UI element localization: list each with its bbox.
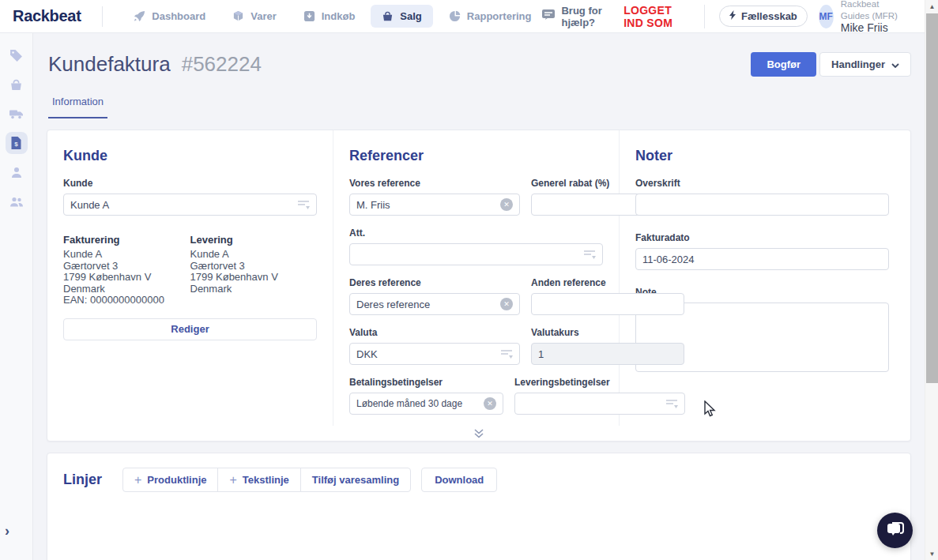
valutakurs-input (538, 344, 677, 364)
select-list-icon[interactable] (583, 250, 596, 260)
help-label: Brug for hjælp? (561, 5, 603, 28)
basket-icon[interactable] (6, 73, 28, 96)
vertical-scrollbar[interactable]: ▲ ▼ (925, 0, 938, 560)
valuta-input[interactable] (356, 344, 495, 364)
logged-in-as-banner[interactable]: LOGGET IND SOM (623, 4, 687, 29)
kunde-input[interactable] (70, 194, 292, 215)
tag-icon[interactable] (6, 44, 28, 66)
referencer-row-4: Valuta Valutakurs (349, 327, 603, 365)
valuta-input-wrap[interactable] (349, 343, 520, 365)
select-list-icon[interactable] (297, 200, 310, 210)
referencer-section: Referencer Vores reference ✕ Generel rab… (333, 130, 619, 426)
avatar[interactable]: MF (819, 5, 834, 28)
deres-reference-input-wrap[interactable]: ✕ (349, 293, 520, 315)
fakturadato-input-wrap[interactable] (635, 248, 889, 270)
nav-item-salg[interactable]: Salg (371, 5, 432, 28)
add-text-line-label: Tekstlinje (243, 474, 289, 486)
att-input-wrap[interactable] (349, 243, 603, 265)
nav-item-varer[interactable]: Varer (221, 5, 288, 28)
kunde-field-label: Kunde (63, 178, 317, 189)
noter-section: Noter Overskrift Fakturadato Note (619, 130, 905, 426)
chat-widget-button[interactable] (877, 513, 913, 548)
nav-item-indkob[interactable]: Indkøb (292, 5, 367, 28)
fakturadato-label: Fakturadato (635, 232, 889, 243)
sidebar-expand-chevron-icon[interactable]: › (5, 523, 9, 539)
scrollbar-thumb[interactable] (926, 13, 938, 383)
left-sidebar: $ › (0, 33, 33, 560)
att-input[interactable] (356, 244, 578, 265)
betalingsbetingelser-input[interactable] (356, 393, 479, 414)
plus-icon: + (229, 473, 236, 487)
kunde-select-field[interactable] (63, 194, 317, 216)
leveringsbetingelser-input[interactable] (522, 393, 661, 414)
scroll-down-arrow[interactable]: ▼ (925, 547, 938, 560)
navbar-divider (102, 6, 103, 27)
user-menu[interactable]: Rackbeat Guides (MFR) Mike Friis (841, 0, 902, 34)
att-field: Att. (349, 227, 603, 265)
account-name: Rackbeat Guides (MFR) (841, 0, 902, 22)
fakturadato-input[interactable] (642, 249, 882, 269)
rackbeat-logo[interactable]: Rackbeat (0, 7, 102, 25)
rediger-button[interactable]: Rediger (63, 318, 317, 340)
select-list-icon[interactable] (500, 349, 513, 359)
referencer-heading: Referencer (349, 148, 603, 164)
bogfor-button[interactable]: Bogfør (751, 52, 816, 77)
overskrift-input-wrap[interactable] (635, 194, 889, 216)
referencer-row-1: Vores reference ✕ Generel rabat (%) % (349, 178, 603, 216)
vores-reference-input[interactable] (356, 194, 495, 215)
add-bundle-label: Tilføj varesamling (312, 474, 399, 486)
rocket-icon (134, 10, 145, 22)
truck-icon[interactable] (6, 103, 28, 125)
anden-reference-input-wrap[interactable] (531, 293, 684, 315)
line-buttons-group: + Produktlinje + Tekstlinje Tilføj vares… (122, 468, 411, 492)
community-button[interactable]: Fællesskab (719, 6, 808, 27)
nav-item-dashboard[interactable]: Dashboard (122, 5, 217, 28)
main-content: Kundefaktura #562224 Bogfør Handlinger I… (33, 33, 925, 560)
clear-x-icon[interactable]: ✕ (484, 397, 496, 410)
levering-title: Levering (190, 234, 318, 246)
help-link[interactable]: Brug for hjælp? (542, 5, 603, 28)
user-name: Mike Friis (841, 22, 902, 34)
invoice-number: #562224 (182, 52, 262, 77)
deres-reference-input[interactable] (356, 294, 495, 314)
levering-address: Levering Kunde A Gærtorvet 3 1799 Københ… (190, 234, 318, 306)
expand-double-chevron-icon[interactable] (473, 428, 484, 439)
top-navbar: Rackbeat Dashboard Varer Indkøb Salg (0, 0, 925, 33)
valuta-label: Valuta (349, 327, 520, 338)
tab-information[interactable]: Information (48, 96, 107, 118)
referencer-row-3: Deres reference ✕ Anden reference (349, 277, 603, 315)
clear-x-icon[interactable]: ✕ (500, 298, 513, 310)
tab-bar: Information (33, 77, 925, 118)
person-icon[interactable] (6, 161, 28, 183)
kunde-heading: Kunde (63, 148, 317, 164)
nav-item-rapportering[interactable]: Rapportering (438, 5, 543, 28)
add-product-line-button[interactable]: + Produktlinje (122, 468, 218, 492)
add-text-line-button[interactable]: + Tekstlinje (217, 468, 300, 492)
fakturadato-field: Fakturadato (635, 232, 889, 270)
betalingsbetingelser-input-wrap[interactable]: ✕ (349, 393, 503, 415)
handlinger-button[interactable]: Handlinger (819, 52, 911, 77)
invoice-document-icon[interactable]: $ (6, 132, 28, 154)
people-icon[interactable] (6, 190, 28, 212)
vores-reference-input-wrap[interactable]: ✕ (349, 194, 520, 216)
address-line: EAN: 0000000000000 (63, 295, 190, 306)
scroll-up-arrow[interactable]: ▲ (925, 0, 938, 13)
betalingsbetingelser-label: Betalingsbetingelser (349, 377, 503, 388)
overskrift-input[interactable] (642, 194, 882, 215)
select-list-icon[interactable] (665, 399, 678, 409)
clear-x-icon[interactable]: ✕ (500, 198, 513, 211)
info-card-columns: Kunde Kunde Fakturering Kunde A Gærtorve… (47, 130, 910, 426)
leveringsbetingelser-input-wrap[interactable] (514, 393, 685, 415)
chevron-down-icon (891, 58, 899, 70)
community-label: Fællesskab (741, 10, 797, 22)
basket-icon (382, 10, 394, 22)
download-button[interactable]: Download (421, 468, 497, 492)
address-line: Gærtorvet 3 (190, 261, 318, 272)
invoice-info-card: Kunde Kunde Fakturering Kunde A Gærtorve… (47, 130, 911, 442)
linjer-header: Linjer + Produktlinje + Tekstlinje Tilfø… (47, 453, 910, 492)
anden-reference-input[interactable] (538, 294, 677, 314)
att-label: Att. (349, 227, 603, 239)
add-bundle-button[interactable]: Tilføj varesamling (300, 468, 411, 492)
address-line: 1799 København V (63, 272, 190, 284)
referencer-row-5: Betalingsbetingelser ✕ Leveringsbetingel… (349, 377, 603, 415)
